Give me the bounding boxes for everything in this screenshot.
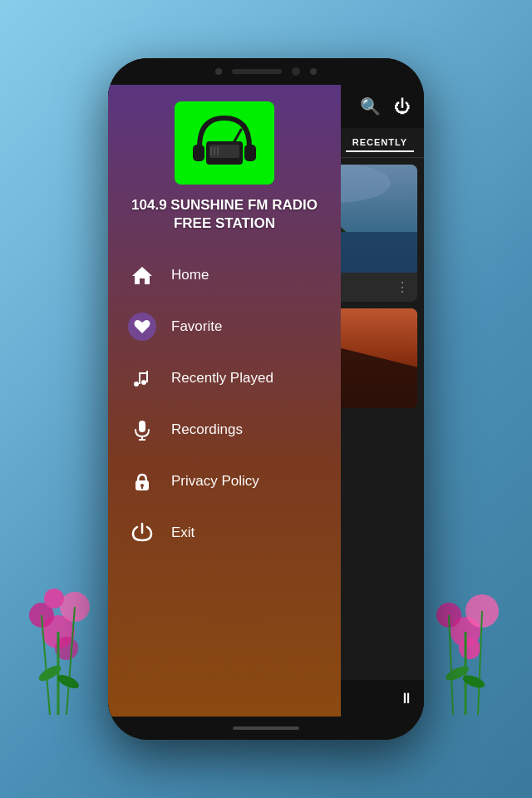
navigation-drawer: 104.9 SUNSHINE FM RADIO FREE STATION Hom… [108, 85, 341, 717]
app-title: 104.9 SUNSHINE FM RADIO FREE STATION [125, 196, 324, 233]
home-indicator [233, 727, 299, 730]
favorite-icon [128, 313, 156, 341]
privacy-policy-label: Privacy Policy [171, 473, 259, 490]
sidebar-item-privacy-policy[interactable]: Privacy Policy [108, 456, 341, 507]
svg-line-36 [234, 130, 241, 141]
svg-rect-48 [141, 485, 143, 489]
svg-marker-37 [132, 267, 152, 284]
svg-rect-40 [139, 372, 140, 384]
svg-point-38 [134, 382, 139, 387]
svg-point-3 [44, 589, 64, 608]
recordings-label: Recordings [171, 421, 243, 438]
exit-icon [128, 519, 156, 547]
music-icon [128, 364, 156, 392]
sidebar-item-recently-played[interactable]: Recently Played [108, 352, 341, 404]
player-controls[interactable]: ⏸ [399, 690, 414, 707]
search-icon[interactable]: 🔍 [360, 96, 381, 116]
sidebar-item-exit[interactable]: Exit [108, 507, 341, 559]
app-logo-icon [183, 110, 266, 176]
tab-recently[interactable]: RECENTLY [346, 134, 414, 152]
sidebar-item-recordings[interactable]: Recordings [108, 404, 341, 456]
app-logo-box [175, 101, 274, 185]
recently-played-label: Recently Played [171, 370, 273, 387]
pause-icon[interactable]: ⏸ [399, 690, 414, 707]
svg-point-39 [141, 380, 146, 385]
exit-label: Exit [171, 525, 195, 541]
favorite-label: Favorite [171, 318, 222, 335]
mic-icon [128, 416, 156, 444]
svg-point-13 [459, 638, 480, 659]
sidebar-item-favorite[interactable]: Favorite [108, 301, 341, 352]
power-icon[interactable]: ⏻ [394, 97, 411, 116]
svg-rect-30 [244, 145, 256, 161]
more-options-1[interactable]: ⋮ [396, 279, 409, 295]
sidebar-item-home[interactable]: Home [108, 249, 341, 301]
lock-icon [128, 467, 156, 495]
home-icon [128, 261, 156, 289]
svg-rect-43 [139, 421, 145, 432]
drawer-menu: Home Favorite [108, 241, 341, 700]
drawer-logo-area: 104.9 SUNSHINE FM RADIO FREE STATION [108, 85, 341, 241]
svg-rect-29 [193, 145, 204, 161]
home-label: Home [171, 267, 209, 283]
svg-rect-42 [139, 372, 148, 374]
